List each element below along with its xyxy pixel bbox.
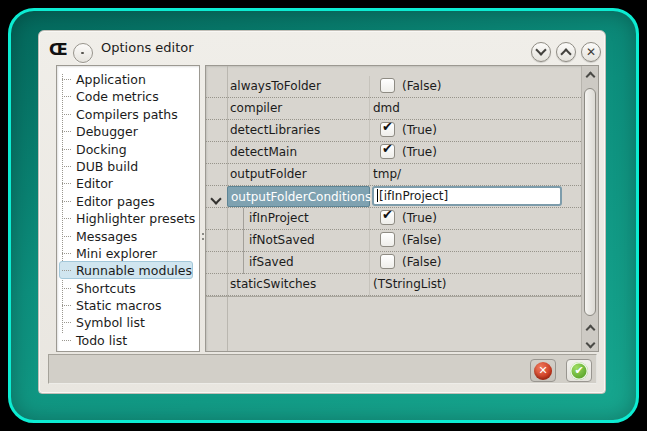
scroll-up-button-secondary[interactable] <box>584 321 597 335</box>
sidebar-item-docking[interactable]: Docking <box>59 140 193 157</box>
property-value: ✔ (True) <box>370 142 581 163</box>
sidebar-item-label: Application <box>76 72 146 87</box>
property-value: tmp/ <box>370 164 581 185</box>
value-edit-field[interactable]: [ifInProject] <box>372 186 562 206</box>
sidebar-item-label: Messages <box>76 229 137 244</box>
value-label: (False) <box>402 255 442 269</box>
cancel-button[interactable]: ✕ <box>530 359 556 382</box>
sidebar-item-label: Static macros <box>76 298 161 313</box>
row-alwaysToFolder[interactable]: alwaysToFolder (False) <box>206 76 581 98</box>
close-button[interactable]: ✕ <box>581 42 601 62</box>
sidebar-item-code-metrics[interactable]: Code metrics <box>59 87 193 104</box>
chevron-up-icon <box>586 72 596 82</box>
row-detectLibraries[interactable]: detectLibraries ✔ (True) <box>206 120 581 142</box>
sidebar-item-mini-explorer[interactable]: Mini explorer <box>59 244 193 261</box>
tree-dash-icon <box>62 166 71 167</box>
sidebar-item-label: Editor pages <box>76 194 155 209</box>
sidebar-item-compilers-paths[interactable]: Compilers paths <box>59 105 193 122</box>
maximize-button[interactable] <box>556 42 576 62</box>
sidebar-item-highlighter-presets[interactable]: Highlighter presets <box>59 209 193 226</box>
property-value: (False) <box>370 252 581 273</box>
cancel-icon: ✕ <box>534 362 552 380</box>
value-text: tmp/ <box>373 167 401 181</box>
property-name: compiler <box>230 101 282 115</box>
check-icon: ✔ <box>382 207 393 222</box>
sidebar-item-label: DUB build <box>76 159 138 174</box>
property-grid: alwaysToFolder (False) compiler dmd dete… <box>205 65 599 352</box>
row-ifNotSaved[interactable]: ifNotSaved (False) <box>206 230 581 252</box>
row-staticSwitches[interactable]: staticSwitches (TStringList) <box>206 274 581 296</box>
category-list: Application Code metrics Compilers paths… <box>56 65 200 352</box>
titlebar[interactable]: Œ Options editor ✕ <box>39 31 605 63</box>
checkbox-checked[interactable]: ✔ <box>380 210 395 225</box>
property-name: ifNotSaved <box>249 233 315 247</box>
checkbox-unchecked[interactable] <box>380 254 395 269</box>
sidebar-item-label: Todo list <box>76 333 127 348</box>
close-icon: ✕ <box>586 45 596 59</box>
sidebar-item-editor[interactable]: Editor <box>59 174 193 191</box>
chevron-down-icon <box>535 44 546 55</box>
tree-dash-icon <box>62 340 71 341</box>
tree-dash-icon <box>62 201 71 202</box>
scroll-up-button[interactable] <box>584 68 597 82</box>
value-text: dmd <box>373 101 400 115</box>
value-text: (TStringList) <box>373 277 446 291</box>
scroll-down-button[interactable] <box>584 336 597 350</box>
chevron-up-icon <box>560 48 571 59</box>
sidebar-item-label: Compilers paths <box>76 107 178 122</box>
property-name-selected[interactable]: outputFolderConditions <box>227 186 370 207</box>
options-editor-window: Œ Options editor ✕ Application Code metr… <box>38 30 606 394</box>
minimize-button[interactable] <box>531 42 551 62</box>
checkbox-checked[interactable]: ✔ <box>380 122 395 137</box>
sidebar-item-static-macros[interactable]: Static macros <box>59 296 193 313</box>
row-outputFolderConditions[interactable]: outputFolderConditions [ifInProject] <box>206 186 581 208</box>
window-menu-button[interactable] <box>73 43 93 63</box>
sidebar-item-todo-list[interactable]: Todo list <box>59 331 193 348</box>
tree-dash-icon <box>62 305 71 306</box>
footer-panel: ✕ ✔ <box>48 354 597 384</box>
tree-dash-icon <box>62 218 71 219</box>
sidebar-item-symbol-list[interactable]: Symbol list <box>59 313 193 330</box>
edit-field-text: [ifInProject] <box>379 189 448 203</box>
tree-dash-icon <box>62 114 71 115</box>
checkbox-checked[interactable]: ✔ <box>380 144 395 159</box>
value-label: (True) <box>402 145 437 159</box>
value-label: (True) <box>402 211 437 225</box>
check-icon: ✔ <box>382 119 393 134</box>
property-name: staticSwitches <box>230 277 316 291</box>
window-title: Options editor <box>101 40 194 55</box>
accept-button[interactable]: ✔ <box>566 359 592 382</box>
sidebar-item-shortcuts[interactable]: Shortcuts <box>59 279 193 296</box>
checkbox-unchecked[interactable] <box>380 78 395 93</box>
app-logo-icon: Œ <box>49 42 68 58</box>
tree-dash-icon <box>62 131 71 132</box>
dot-icon <box>81 52 84 54</box>
row-ifSaved[interactable]: ifSaved (False) <box>206 252 581 274</box>
check-icon: ✔ <box>382 141 393 156</box>
row-detectMain[interactable]: detectMain ✔ (True) <box>206 142 581 164</box>
sidebar-item-runnable-modules[interactable]: Runnable modules <box>59 261 193 278</box>
scrollbar-thumb[interactable] <box>584 88 596 316</box>
property-name: alwaysToFolder <box>230 79 321 93</box>
tree-dash-icon <box>62 149 71 150</box>
row-outputFolder[interactable]: outputFolder tmp/ <box>206 164 581 186</box>
property-name: detectLibraries <box>230 123 320 137</box>
sidebar-item-dub-build[interactable]: DUB build <box>59 157 193 174</box>
tree-dash-icon <box>62 79 71 80</box>
vertical-scrollbar[interactable] <box>581 66 598 351</box>
sidebar-item-editor-pages[interactable]: Editor pages <box>59 192 193 209</box>
sidebar-item-application[interactable]: Application <box>59 70 193 87</box>
sidebar-item-debugger[interactable]: Debugger <box>59 122 193 139</box>
row-ifInProject[interactable]: ifInProject ✔ (True) <box>206 208 581 230</box>
accept-icon: ✔ <box>570 362 588 380</box>
sidebar-item-label: Runnable modules <box>76 263 192 278</box>
property-value: ✔ (True) <box>370 120 581 141</box>
property-value: [ifInProject] <box>370 186 581 207</box>
tree-dash-icon <box>62 96 71 97</box>
tree-dash-icon <box>62 236 71 237</box>
property-value: (False) <box>370 230 581 251</box>
checkbox-unchecked[interactable] <box>380 232 395 247</box>
sidebar-item-messages[interactable]: Messages <box>59 227 193 244</box>
value-label: (False) <box>402 79 442 93</box>
row-compiler[interactable]: compiler dmd <box>206 98 581 120</box>
